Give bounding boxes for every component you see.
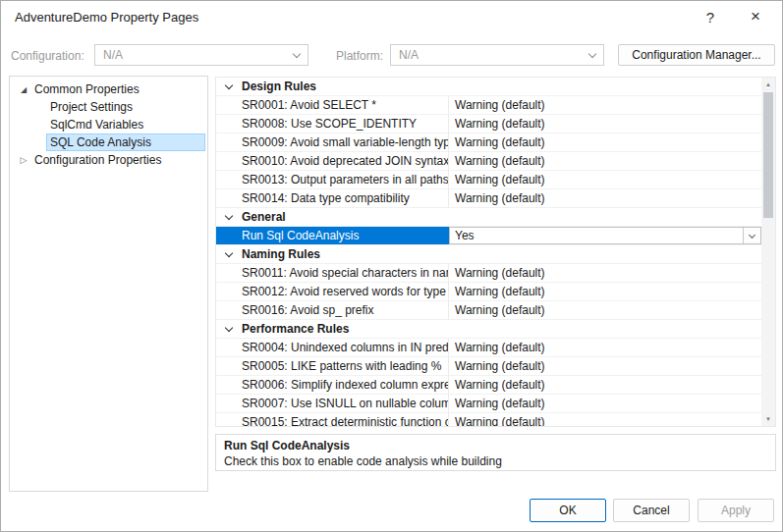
property-value: Warning (default) — [449, 301, 761, 319]
property-value: Warning (default) — [449, 376, 761, 394]
sidebar-item-sql-code-analysis[interactable]: SQL Code Analysis — [10, 133, 207, 151]
value-dropdown-button[interactable] — [743, 228, 760, 243]
sidebar-item-project-settings[interactable]: Project Settings — [10, 98, 207, 116]
collapse-chevron-icon[interactable] — [216, 215, 242, 219]
property-value: Warning (default) — [449, 152, 761, 170]
property-row-sr0006[interactable]: SR0006: Simplify indexed column expresWa… — [216, 376, 761, 395]
ok-button[interactable]: OK — [530, 499, 606, 522]
window-title: AdventureDemo Property Pages — [15, 10, 198, 25]
sidebar-item-label: SqlCmd Variables — [47, 117, 146, 133]
configuration-combobox[interactable]: N/A — [94, 44, 308, 66]
property-row-sr0013[interactable]: SR0013: Output parameters in all pathsWa… — [216, 171, 761, 189]
description-panel: Run Sql CodeAnalysis Check this box to e… — [215, 434, 776, 471]
configuration-label: Configuration: — [11, 49, 84, 63]
property-value: Warning (default) — [449, 96, 761, 114]
description-title: Run Sql CodeAnalysis — [224, 439, 767, 452]
sidebar-item-label: Common Properties — [31, 81, 142, 97]
cancel-button[interactable]: Cancel — [613, 499, 690, 522]
property-name: SR0011: Avoid special characters in nam — [216, 264, 449, 282]
property-row-sr0008[interactable]: SR0008: Use SCOPE_IDENTITYWarning (defau… — [216, 115, 761, 133]
tree-collapse-icon[interactable]: ◢ — [16, 85, 31, 94]
property-row-sr0010[interactable]: SR0010: Avoid deprecated JOIN syntaxWarn… — [216, 152, 761, 171]
category-row-performance-rules[interactable]: Performance Rules — [216, 320, 761, 339]
scroll-up-icon[interactable]: ▲ — [761, 78, 775, 91]
property-value: Warning (default) — [449, 133, 761, 151]
category-title: Design Rules — [242, 80, 316, 93]
property-row-sr0001[interactable]: SR0001: Avoid SELECT *Warning (default) — [216, 96, 761, 115]
close-icon: × — [751, 7, 760, 27]
platform-value: N/A — [391, 48, 582, 62]
property-name: SR0009: Avoid small variable-length typ — [216, 133, 449, 151]
property-pages-dialog: AdventureDemo Property Pages ? × Configu… — [0, 0, 783, 532]
property-row-sr0009[interactable]: SR0009: Avoid small variable-length typW… — [216, 133, 761, 152]
category-title: Performance Rules — [242, 322, 349, 336]
property-row-sr0014[interactable]: SR0014: Data type compatibilityWarning (… — [216, 189, 761, 208]
property-row-sr0015[interactable]: SR0015: Extract deterministic function c… — [216, 413, 761, 427]
category-title: General — [242, 210, 286, 224]
description-text: Check this box to enable code analysis w… — [224, 454, 767, 468]
scroll-down-icon[interactable]: ▼ — [761, 412, 775, 426]
sidebar-item-sqlcmd-variables[interactable]: SqlCmd Variables — [10, 116, 207, 133]
collapse-chevron-icon[interactable] — [216, 252, 242, 256]
property-name: SR0005: LIKE patterns with leading % — [216, 357, 449, 375]
property-name: SR0015: Extract deterministic function c… — [216, 413, 449, 427]
category-row-naming-rules[interactable]: Naming Rules — [216, 245, 761, 264]
property-name: SR0004: Unindexed columns in IN predic — [216, 339, 449, 356]
platform-label: Platform: — [336, 49, 383, 63]
vertical-scrollbar[interactable]: ▲ ▼ — [761, 78, 775, 426]
property-name: SR0016: Avoid sp_ prefix — [216, 301, 449, 319]
property-row-sr0004[interactable]: SR0004: Unindexed columns in IN predicWa… — [216, 339, 761, 357]
property-row-sr0016[interactable]: SR0016: Avoid sp_ prefixWarning (default… — [216, 301, 761, 320]
property-value: Warning (default) — [449, 115, 761, 133]
property-value-text: Yes — [450, 229, 743, 242]
property-row-sr0011[interactable]: SR0011: Avoid special characters in namW… — [216, 264, 761, 283]
titlebar: AdventureDemo Property Pages ? × — [1, 1, 782, 32]
property-name: SR0010: Avoid deprecated JOIN syntax — [216, 152, 449, 170]
configuration-manager-button[interactable]: Configuration Manager... — [618, 44, 775, 66]
property-name: SR0001: Avoid SELECT * — [216, 96, 449, 114]
property-name: Run Sql CodeAnalysis — [216, 227, 449, 244]
property-value: Warning (default) — [449, 171, 761, 188]
property-value: Warning (default) — [449, 264, 761, 282]
chevron-down-icon — [749, 231, 755, 238]
property-value: Warning (default) — [449, 283, 761, 300]
chevron-down-icon — [582, 45, 603, 65]
property-value: Warning (default) — [449, 189, 761, 207]
property-row-sr0007[interactable]: SR0007: Use ISNULL on nullable columnWar… — [216, 395, 761, 413]
property-name: SR0008: Use SCOPE_IDENTITY — [216, 115, 449, 133]
property-name: SR0013: Output parameters in all paths — [216, 171, 449, 188]
sidebar-item-common-properties[interactable]: ◢Common Properties — [10, 80, 207, 98]
category-row-general[interactable]: General — [216, 208, 761, 227]
property-row-sr0005[interactable]: SR0005: LIKE patterns with leading %Warn… — [216, 357, 761, 376]
sidebar-item-label: SQL Code Analysis — [47, 134, 204, 150]
sidebar-item-configuration-properties[interactable]: ▷Configuration Properties — [10, 151, 207, 169]
property-value: Warning (default) — [449, 339, 761, 356]
sidebar-item-label: Project Settings — [47, 99, 136, 115]
sidebar-item-label: Configuration Properties — [31, 152, 164, 168]
scrollbar-thumb[interactable] — [763, 92, 773, 218]
collapse-chevron-icon[interactable] — [216, 84, 242, 88]
property-grid-rows: Design RulesSR0001: Avoid SELECT *Warnin… — [216, 78, 761, 427]
category-row-design-rules[interactable]: Design Rules — [216, 78, 761, 96]
property-value: Warning (default) — [449, 395, 761, 412]
collapse-chevron-icon[interactable] — [216, 327, 242, 331]
property-value[interactable]: Yes — [449, 227, 761, 244]
property-row-run-sql-codeanalysis[interactable]: Run Sql CodeAnalysisYes — [216, 227, 761, 245]
properties-tree: ◢Common PropertiesProject SettingsSqlCmd… — [9, 76, 208, 492]
property-value: Warning (default) — [449, 357, 761, 375]
property-grid: Design RulesSR0001: Avoid SELECT *Warnin… — [215, 77, 776, 427]
category-title: Naming Rules — [242, 247, 320, 261]
close-button[interactable]: × — [739, 3, 772, 30]
property-name: SR0014: Data type compatibility — [216, 189, 449, 207]
property-name: SR0007: Use ISNULL on nullable column — [216, 395, 449, 412]
property-name: SR0006: Simplify indexed column expres — [216, 376, 449, 394]
property-value: Warning (default) — [449, 413, 761, 427]
platform-combobox[interactable]: N/A — [390, 44, 604, 66]
configuration-value: N/A — [95, 48, 286, 62]
chevron-down-icon — [286, 45, 308, 65]
property-name: SR0012: Avoid reserved words for type n — [216, 283, 449, 300]
apply-button[interactable]: Apply — [698, 499, 774, 522]
tree-expand-icon[interactable]: ▷ — [16, 155, 31, 165]
property-row-sr0012[interactable]: SR0012: Avoid reserved words for type nW… — [216, 283, 761, 301]
help-button[interactable]: ? — [694, 3, 727, 30]
